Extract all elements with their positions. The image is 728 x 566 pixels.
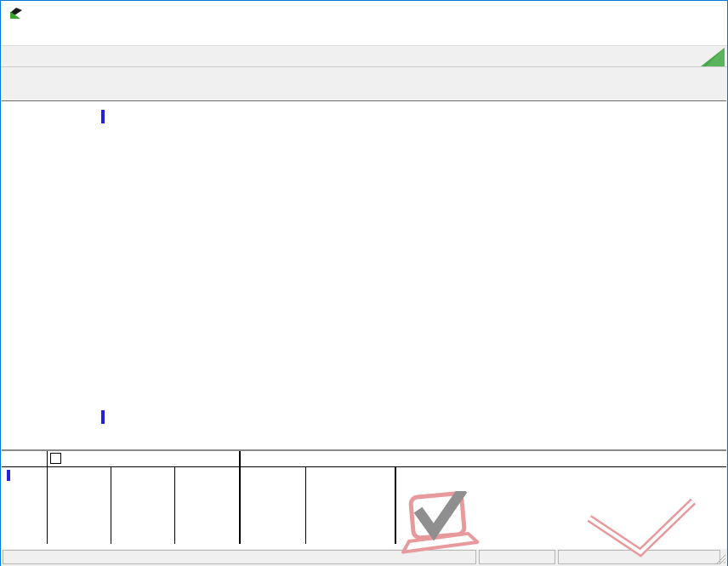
close-button[interactable]	[688, 1, 727, 26]
chart-canvas[interactable]	[2, 101, 726, 450]
channel-marker-bottom	[101, 410, 105, 424]
chart-panel	[2, 100, 726, 450]
table-divider	[111, 467, 111, 544]
table-divider	[47, 451, 48, 544]
minmax-checkbox[interactable]	[50, 453, 61, 464]
channel-row-marker	[7, 470, 10, 481]
metrawin-window	[0, 0, 728, 566]
table-divider	[174, 467, 175, 544]
table-divider	[395, 467, 396, 544]
title-bar	[1, 1, 727, 26]
app-icon	[9, 6, 24, 21]
table-divider	[305, 467, 306, 544]
channel-marker-top	[101, 110, 105, 123]
notebookcheck-logo	[399, 491, 727, 557]
maximize-button[interactable]	[649, 1, 688, 26]
menu-bar	[1, 26, 727, 45]
toolbar	[1, 45, 727, 67]
status-triangle-icon	[701, 48, 725, 66]
acquisition-info-panel	[1, 67, 727, 100]
minimize-button[interactable]	[610, 1, 649, 26]
channel-table-header	[2, 451, 726, 467]
table-divider	[239, 451, 241, 544]
cursor2-value	[307, 469, 393, 481]
